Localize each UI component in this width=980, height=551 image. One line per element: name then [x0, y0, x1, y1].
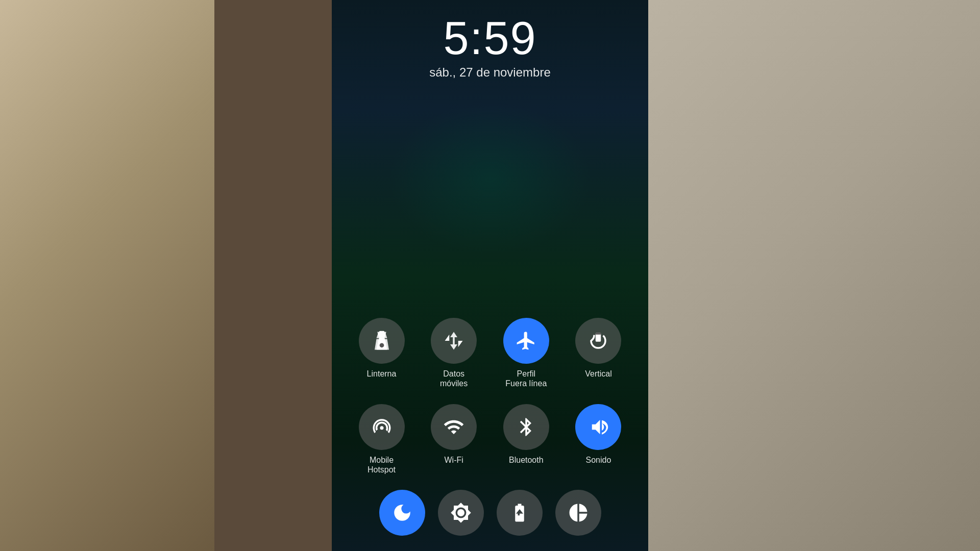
tiles-row-1: Linterna Datosmóviles — [352, 318, 628, 388]
bluetooth-icon — [516, 416, 537, 438]
tiles-row-2: MobileHotspot Wi-Fi Bluetooth — [352, 404, 628, 474]
wifi-icon-bg — [431, 404, 477, 450]
rotate-icon — [587, 330, 609, 352]
tile-sonido[interactable]: Sonido — [569, 404, 628, 474]
linterna-icon-bg — [359, 318, 405, 364]
vertical-label: Vertical — [585, 369, 611, 379]
data-icon — [443, 330, 464, 352]
battery-icon-bg — [497, 490, 543, 536]
flashlight-icon — [371, 330, 393, 352]
wifi-label: Wi-Fi — [445, 455, 463, 465]
moon-icon-bg — [379, 490, 425, 536]
hotspot-icon — [371, 416, 393, 438]
tile-more[interactable] — [549, 490, 607, 536]
tile-wifi[interactable]: Wi-Fi — [425, 404, 483, 474]
bottom-row — [352, 490, 628, 536]
tile-bluetooth[interactable]: Bluetooth — [497, 404, 555, 474]
datos-icon-bg — [431, 318, 477, 364]
more-icon-bg — [555, 490, 601, 536]
quick-tiles-container: Linterna Datosmóviles — [332, 318, 648, 536]
time-display: 5:59 — [429, 15, 550, 61]
svg-rect-0 — [379, 331, 384, 333]
sound-icon-bg — [575, 404, 621, 450]
background-left — [0, 0, 214, 551]
hotspot-icon-bg — [359, 404, 405, 450]
brightness-icon-bg — [438, 490, 484, 536]
datos-label: Datosmóviles — [440, 369, 468, 388]
tile-perfil-fuera-linea[interactable]: PerfilFuera línea — [497, 318, 555, 388]
sound-icon — [587, 416, 609, 438]
perfil-label: PerfilFuera línea — [505, 369, 547, 388]
battery-saver-icon — [509, 502, 530, 523]
date-display: sáb., 27 de noviembre — [429, 65, 550, 80]
pie-icon — [568, 502, 589, 523]
linterna-label: Linterna — [367, 369, 397, 379]
airplane-icon-bg — [503, 318, 549, 364]
tile-battery-saver[interactable] — [490, 490, 549, 536]
tile-mobile-hotspot[interactable]: MobileHotspot — [352, 404, 411, 474]
brightness-icon — [450, 502, 472, 523]
bluetooth-label: Bluetooth — [509, 455, 544, 465]
hotspot-label: MobileHotspot — [368, 455, 396, 474]
airplane-icon — [516, 330, 537, 352]
tile-datos-moviles[interactable]: Datosmóviles — [425, 318, 483, 388]
rotate-icon-bg — [575, 318, 621, 364]
tile-vertical[interactable]: Vertical — [569, 318, 628, 388]
moon-icon — [391, 502, 413, 523]
wifi-icon — [443, 416, 464, 438]
tile-linterna[interactable]: Linterna — [352, 318, 411, 388]
bluetooth-icon-bg — [503, 404, 549, 450]
sonido-label: Sonido — [586, 455, 611, 465]
svg-point-1 — [379, 343, 384, 348]
tile-night-mode[interactable] — [373, 490, 431, 536]
phone-screen: 5:59 sáb., 27 de noviembre Lintern — [332, 0, 648, 551]
time-section: 5:59 sáb., 27 de noviembre — [429, 15, 550, 80]
tile-brightness[interactable] — [431, 490, 490, 536]
